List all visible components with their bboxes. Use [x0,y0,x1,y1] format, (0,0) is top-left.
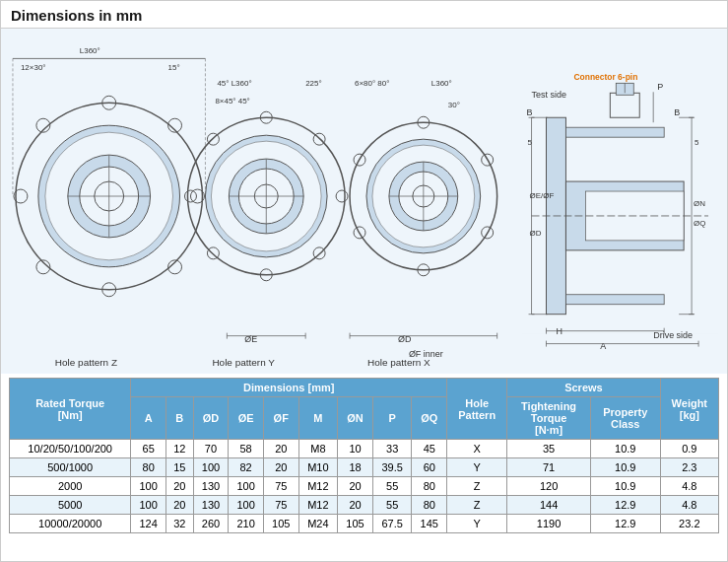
table-cell: 2000 [10,477,131,496]
table-cell: 75 [263,477,298,496]
table-cell: 20 [338,477,373,496]
table-cell: 260 [193,515,229,533]
technical-drawing: 12×30° L360° 15° Hole pattern Z [1,29,727,374]
table-cell: 100 [131,477,166,496]
page-header: Dimensions in mm [1,1,727,29]
svg-text:ØN: ØN [694,199,705,208]
table-cell: Z [447,496,507,515]
th-col-a: A [131,397,166,440]
th-screws-group: Screws [507,379,660,397]
table-cell: 130 [193,496,229,515]
svg-text:8×45°  45°: 8×45° 45° [215,97,249,105]
table-cell: Y [447,458,507,477]
table-cell: 2.3 [660,458,718,477]
table-cell: 82 [229,458,264,477]
table-cell: 23.2 [660,515,718,533]
table-cell: 60 [412,458,447,477]
table-cell: 145 [412,515,447,533]
table-cell: 10/20/50/100/200 [10,440,131,458]
table-cell: 5000 [10,496,131,515]
svg-text:ØE: ØE [244,334,257,344]
table-cell: 10.9 [590,440,660,458]
table-cell: 15 [165,458,193,477]
table-cell: 80 [412,477,447,496]
table-cell: 20 [165,496,193,515]
svg-text:15°: 15° [168,63,180,72]
table-cell: 18 [338,458,373,477]
table-cell: 65 [131,440,166,458]
th-col-on: ØN [338,397,373,440]
table-cell: 1190 [507,515,591,533]
table-row: 20001002013010075M12205580Z12010.94.8 [10,477,719,496]
svg-text:B: B [674,107,680,117]
table-cell: 0.9 [660,440,718,458]
svg-text:5: 5 [528,138,533,147]
table-cell: 100 [131,496,166,515]
table-row: 10/20/50/100/2006512705820M8103345X3510.… [10,440,719,458]
svg-text:45°  L360°: 45° L360° [217,79,251,88]
table-cell: M12 [298,496,338,515]
svg-text:L360°: L360° [80,46,100,55]
svg-text:L360°: L360° [431,79,452,88]
table-cell: 4.8 [660,477,718,496]
table-cell: 80 [412,496,447,515]
table-cell: 100 [229,496,264,515]
dimensions-table: Rated Torque[Nm] Dimensions [mm] HolePat… [9,378,719,533]
table-cell: 71 [507,458,591,477]
svg-rect-71 [565,295,664,305]
table-cell: 32 [165,515,193,533]
diagram-area: 12×30° L360° 15° Hole pattern Z [1,29,727,374]
svg-text:6×80°  80°: 6×80° 80° [355,79,389,88]
hole-pattern-x-label: Hole pattern X [367,357,430,368]
table-cell: 75 [263,496,298,515]
table-cell: Z [447,477,507,496]
table-cell: M12 [298,477,338,496]
table-cell: 4.8 [660,496,718,515]
table-cell: 12.9 [590,515,660,533]
svg-text:ØQ: ØQ [694,219,705,228]
drive-side-label: Drive side [653,330,693,340]
th-col-m: M [298,397,338,440]
table-cell: 20 [338,496,373,515]
page-title: Dimensions in mm [11,7,717,24]
connector-label: Connector 6-pin [573,72,637,82]
table-cell: 70 [193,440,229,458]
th-col-od: ØD [193,397,229,440]
table-cell: Y [447,515,507,533]
svg-text:B: B [527,107,533,117]
table-cell: 39.5 [372,458,412,477]
table-cell: 10.9 [590,458,660,477]
svg-text:ØE/ØF: ØE/ØF [530,191,555,200]
table-cell: 105 [263,515,298,533]
table-cell: 20 [263,440,298,458]
hole-pattern-z-label: Hole pattern Z [55,357,117,368]
th-col-oe: ØE [229,397,264,440]
table-cell: 100 [193,458,229,477]
svg-text:30°: 30° [448,101,460,109]
page-container: Dimensions in mm [0,0,728,562]
table-cell: 20 [263,458,298,477]
th-col-oq: ØQ [412,397,447,440]
table-cell: 144 [507,496,591,515]
table-cell: 10 [338,440,373,458]
table-cell: 67.5 [372,515,412,533]
table-cell: 500/1000 [10,458,131,477]
th-rated-torque: Rated Torque[Nm] [10,379,131,440]
table-cell: 124 [131,515,166,533]
svg-text:ØD: ØD [398,334,412,344]
table-cell: 10.9 [590,477,660,496]
table-cell: 100 [229,477,264,496]
th-weight: Weight[kg] [660,379,718,440]
table-row: 10000/2000012432260210105M2410567.5145Y1… [10,515,719,533]
svg-text:225°: 225° [305,79,321,88]
table-cell: 20 [165,477,193,496]
svg-text:A: A [600,341,606,351]
hole-pattern-y-label: Hole pattern Y [212,357,275,368]
svg-text:ØD: ØD [530,229,542,238]
table-cell: 80 [131,458,166,477]
th-hole-pattern: HolePattern [447,379,507,440]
table-cell: 10000/20000 [10,515,131,533]
table-cell: 33 [372,440,412,458]
svg-text:12×30°: 12×30° [21,63,46,72]
table-cell: 210 [229,515,264,533]
